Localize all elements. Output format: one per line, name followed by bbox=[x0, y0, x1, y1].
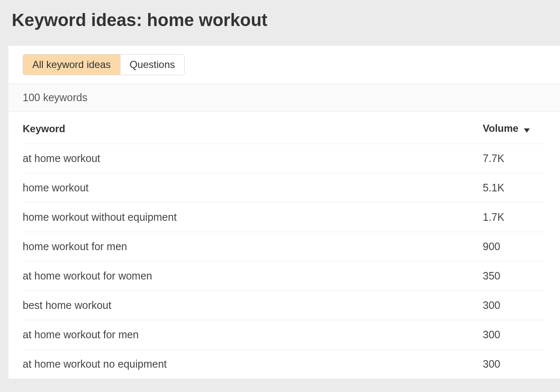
table-row[interactable]: at home workout for men 300 bbox=[23, 320, 546, 349]
volume-cell: 300 bbox=[483, 320, 546, 349]
tabs-row: All keyword ideas Questions bbox=[8, 46, 560, 84]
volume-cell: 7.7K bbox=[483, 144, 546, 173]
tab-questions[interactable]: Questions bbox=[120, 55, 184, 75]
keyword-cell: at home workout for men bbox=[23, 320, 483, 349]
keyword-cell: at home workout for women bbox=[23, 261, 483, 290]
table-row[interactable]: at home workout 7.7K bbox=[23, 144, 546, 173]
keyword-cell: at home workout no equipment bbox=[23, 349, 483, 379]
keyword-table: Keyword Volume at home workout 7.7K home… bbox=[23, 112, 546, 379]
caret-down-icon bbox=[524, 123, 530, 135]
volume-cell: 900 bbox=[483, 232, 546, 261]
volume-cell: 350 bbox=[483, 261, 546, 290]
column-header-volume[interactable]: Volume bbox=[483, 112, 546, 144]
results-count: 100 keywords bbox=[8, 84, 560, 112]
svg-marker-0 bbox=[524, 128, 530, 133]
volume-cell: 5.1K bbox=[483, 173, 546, 202]
keyword-cell: at home workout bbox=[23, 144, 483, 173]
tab-group: All keyword ideas Questions bbox=[23, 54, 185, 75]
volume-cell: 300 bbox=[483, 349, 546, 379]
table-row[interactable]: home workout without equipment 1.7K bbox=[23, 202, 546, 232]
volume-cell: 1.7K bbox=[483, 202, 546, 232]
table-row[interactable]: at home workout for women 350 bbox=[23, 261, 546, 290]
page-title: Keyword ideas: home workout bbox=[0, 0, 560, 45]
keyword-cell: home workout bbox=[23, 173, 483, 202]
keyword-table-wrap: Keyword Volume at home workout 7.7K home… bbox=[8, 112, 560, 379]
tab-all-keyword-ideas[interactable]: All keyword ideas bbox=[23, 55, 120, 75]
volume-cell: 300 bbox=[483, 290, 546, 320]
table-row[interactable]: best home workout 300 bbox=[23, 290, 546, 320]
column-header-keyword[interactable]: Keyword bbox=[23, 112, 483, 144]
results-panel: All keyword ideas Questions 100 keywords… bbox=[8, 45, 560, 379]
keyword-cell: home workout for men bbox=[23, 232, 483, 261]
table-row[interactable]: at home workout no equipment 300 bbox=[23, 349, 546, 379]
table-row[interactable]: home workout for men 900 bbox=[23, 232, 546, 261]
column-header-volume-label: Volume bbox=[483, 123, 518, 134]
keyword-cell: home workout without equipment bbox=[23, 202, 483, 232]
table-row[interactable]: home workout 5.1K bbox=[23, 173, 546, 202]
keyword-cell: best home workout bbox=[23, 290, 483, 320]
